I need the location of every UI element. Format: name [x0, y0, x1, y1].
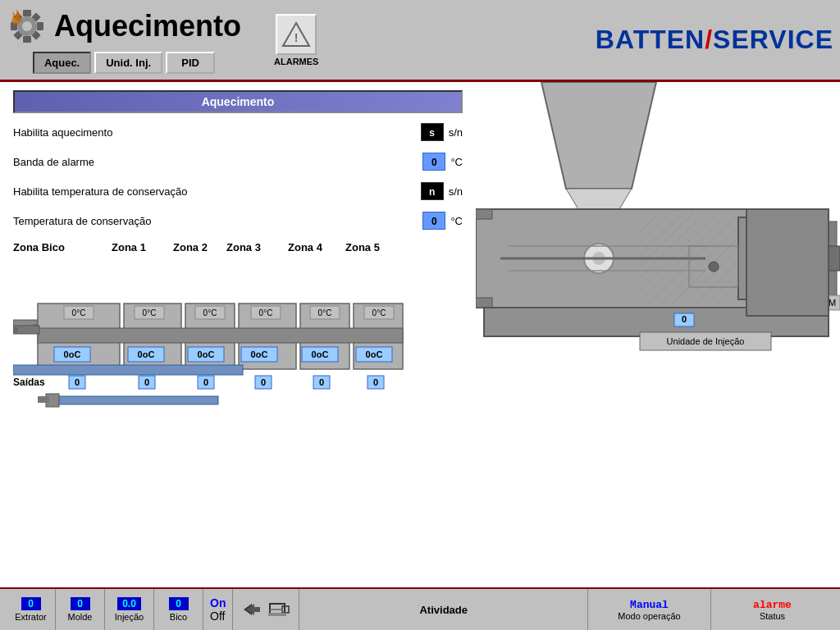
- svg-text:0: 0: [144, 377, 149, 387]
- status-molde: 0 Molde: [56, 589, 105, 630]
- injecao-value[interactable]: 0.0: [117, 597, 141, 610]
- param-row-1: Banda de alarme 0 °C: [13, 153, 463, 171]
- svg-text:0: 0: [682, 314, 687, 324]
- svg-text:0°C: 0°C: [72, 308, 86, 317]
- panel-title: Aquecimento: [13, 90, 463, 113]
- zone-labels: Zona Bico Zona 1 Zona 2 Zona 3 Zona 4 Zo…: [13, 241, 463, 253]
- param-label-1: Banda de alarme: [13, 156, 422, 168]
- nav-btn-aquec[interactable]: Aquec.: [33, 52, 91, 74]
- svg-text:Unidade de Injeção: Unidade de Injeção: [667, 336, 745, 346]
- extrator-value[interactable]: 0: [21, 597, 41, 610]
- zone-label-3: Zona 3: [226, 241, 288, 253]
- svg-text:0: 0: [261, 377, 266, 387]
- machine-icon: [267, 597, 292, 622]
- svg-text:0oC: 0oC: [198, 349, 215, 359]
- brand-logo: BATTEN/SERVICE: [596, 25, 833, 55]
- param-value-3[interactable]: 0: [422, 212, 445, 230]
- svg-marker-92: [246, 604, 260, 615]
- param-value-1[interactable]: 0: [422, 153, 445, 171]
- svg-rect-96: [268, 613, 286, 616]
- diagram-container: 0°C 0°C 0°C 0°C 0°C 0°C 0oC: [13, 258, 481, 414]
- header-title-row: Aquecimento: [7, 6, 241, 47]
- svg-rect-72: [829, 246, 840, 271]
- status-bico: 0 Bico: [154, 589, 203, 630]
- svg-text:0°C: 0°C: [372, 308, 386, 317]
- svg-text:0°C: 0°C: [203, 308, 217, 317]
- nav-buttons: Aquec. Unid. Inj. PID: [33, 52, 215, 74]
- svg-rect-78: [476, 209, 492, 219]
- zone-label-5: Zona 5: [345, 241, 395, 253]
- zone-label-bico: Zona Bico: [13, 241, 112, 253]
- status-extrator: 0 Extrator: [7, 589, 56, 630]
- zone-label-2: Zona 2: [173, 241, 226, 253]
- svg-text:0°C: 0°C: [318, 308, 332, 317]
- svg-rect-4: [37, 22, 43, 30]
- svg-text:Saídas: Saídas: [13, 377, 45, 388]
- param-label-3: Temperatura de conservação: [13, 215, 422, 227]
- svg-text:0oC: 0oC: [366, 349, 383, 359]
- status-on-off: On Off: [203, 589, 233, 630]
- svg-text:0: 0: [75, 377, 80, 387]
- molde-value[interactable]: 0: [71, 597, 90, 610]
- machine-diagram: 0°C 0°C 0°C 0°C 0°C 0°C 0oC: [13, 258, 481, 414]
- machine-illustration: Unidade de Injeção 0 RPM: [476, 82, 840, 587]
- svg-text:0°C: 0°C: [259, 308, 273, 317]
- app-title: Aquecimento: [54, 9, 241, 43]
- svg-rect-21: [38, 328, 403, 343]
- svg-rect-62: [54, 396, 218, 404]
- alarm-status-label: Status: [760, 611, 785, 621]
- injecao-label: Injeção: [115, 612, 144, 622]
- svg-text:0oC: 0oC: [64, 349, 81, 359]
- on-label[interactable]: On: [210, 596, 226, 609]
- param-label-2: Habilita temperatura de conservação: [13, 185, 421, 198]
- svg-text:0: 0: [373, 377, 378, 387]
- svg-text:0°C: 0°C: [143, 308, 157, 317]
- param-unit-3: °C: [450, 215, 463, 227]
- nav-btn-unid[interactable]: Unid. Inj.: [94, 52, 162, 74]
- off-label[interactable]: Off: [210, 609, 225, 623]
- left-panel: Aquecimento Habilita aquecimento s s/n B…: [0, 82, 476, 587]
- alarm-button[interactable]: ! ALARMES: [274, 14, 318, 66]
- svg-marker-66: [566, 189, 632, 209]
- status-modo: Manual Modo operação: [587, 589, 710, 630]
- extrator-label: Extrator: [15, 612, 47, 622]
- svg-rect-79: [476, 298, 492, 308]
- param-value-2[interactable]: n: [421, 182, 444, 200]
- conveyor-icon: [240, 597, 264, 622]
- svg-text:0: 0: [203, 377, 208, 387]
- app-icon: [7, 6, 48, 47]
- svg-marker-65: [541, 82, 656, 189]
- svg-text:0oC: 0oC: [312, 349, 329, 359]
- svg-rect-64: [38, 396, 49, 403]
- svg-rect-1: [23, 10, 31, 16]
- svg-text:0oC: 0oC: [251, 349, 268, 359]
- param-row-3: Temperatura de conservação 0 °C: [13, 212, 463, 230]
- svg-point-89: [709, 262, 719, 272]
- svg-rect-88: [755, 217, 820, 308]
- status-injecao: 0.0 Injeção: [105, 589, 154, 630]
- svg-text:0oC: 0oC: [138, 349, 155, 359]
- param-row-2: Habilita temperatura de conservação n s/…: [13, 182, 463, 200]
- bico-label: Bico: [170, 612, 187, 622]
- zone-label-1: Zona 1: [112, 241, 173, 253]
- param-value-0[interactable]: s: [421, 123, 444, 141]
- svg-text:0: 0: [319, 377, 324, 387]
- atividade-label: Atividade: [419, 604, 468, 616]
- param-row-0: Habilita aquecimento s s/n: [13, 123, 463, 141]
- param-unit-1: °C: [450, 156, 463, 168]
- zone-label-4: Zona 4: [288, 241, 345, 253]
- status-bar: 0 Extrator 0 Molde 0.0 Injeção 0 Bico On…: [0, 587, 840, 630]
- main-content: Aquecimento Habilita aquecimento s s/n B…: [0, 82, 840, 587]
- bico-value[interactable]: 0: [169, 597, 189, 610]
- header-left: Aquecimento Aquec. Unid. Inj. PID: [7, 6, 241, 74]
- svg-rect-2: [23, 36, 31, 43]
- nav-btn-pid[interactable]: PID: [166, 52, 215, 74]
- svg-rect-24: [13, 365, 243, 375]
- header: Aquecimento Aquec. Unid. Inj. PID ! ALAR…: [0, 0, 840, 82]
- status-atividade: Atividade: [299, 604, 587, 616]
- svg-rect-23: [13, 327, 18, 332]
- status-alarm: alarme Status: [710, 589, 833, 630]
- svg-point-10: [22, 21, 32, 31]
- alarm-icon: !: [276, 14, 317, 55]
- param-unit-2: s/n: [449, 185, 463, 198]
